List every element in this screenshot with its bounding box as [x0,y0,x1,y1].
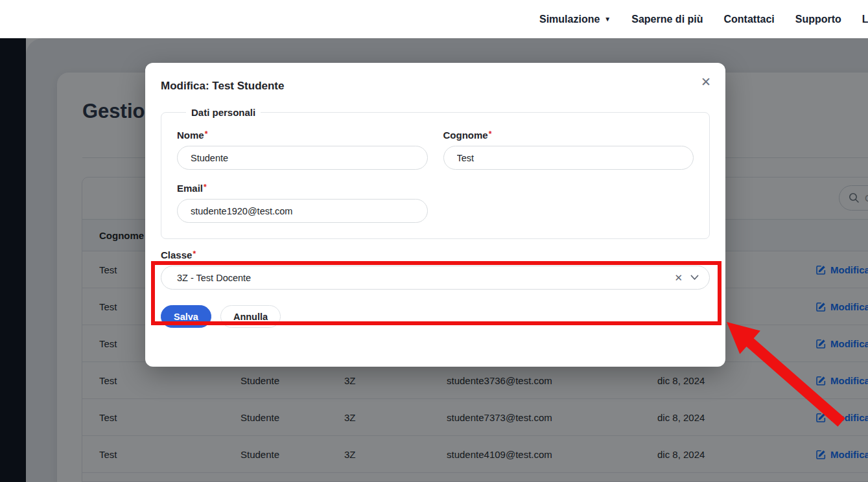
required-mark: * [205,130,208,139]
cognome-label: Cognome* [443,130,694,141]
nome-field-group: Nome* [177,120,428,170]
nav-item-label: Saperne di più [631,14,703,25]
top-navbar: Simulazione ▼ Saperne di più Contattaci … [0,0,868,38]
nav-item-label: Simulazione [539,14,600,25]
nav-item-logout[interactable]: Logout [862,14,868,25]
nav-item-simulazione[interactable]: Simulazione ▼ [539,14,611,25]
cognome-input[interactable] [443,146,694,170]
modal-title: Modifica: Test Studente [161,80,710,93]
nav-item-label: Supporto [795,14,841,25]
classe-label: Classe* [161,249,710,260]
nome-input[interactable] [177,146,428,170]
nav-item-supporto[interactable]: Supporto [795,14,841,25]
nome-label: Nome* [177,130,428,141]
cognome-field-group: Cognome* [443,120,694,170]
caret-down-icon: ▼ [604,16,611,23]
chevron-down-icon [690,275,699,281]
dati-personali-fieldset: Dati personali Nome* Cognome* Email* [161,107,710,239]
save-button[interactable]: Salva [161,305,211,328]
fieldset-legend: Dati personali [186,107,261,118]
required-mark: * [193,249,196,258]
email-input[interactable] [177,199,428,223]
classe-select[interactable]: 3Z - Test Docente ✕ [161,266,710,290]
required-mark: * [489,130,492,139]
close-icon[interactable]: ✕ [701,76,711,88]
edit-student-modal: Modifica: Test Studente ✕ Dati personali… [145,63,725,367]
email-field-group: Email* [177,174,428,223]
clear-selection-icon[interactable]: ✕ [674,272,683,284]
cancel-button[interactable]: Annulla [220,305,281,328]
nav-item-contattaci[interactable]: Contattaci [724,14,775,25]
modal-buttons: Salva Annulla [161,305,710,328]
classe-selected-value: 3Z - Test Docente [177,273,674,283]
classe-field-group: Classe* 3Z - Test Docente ✕ [161,249,710,290]
nav-item-label: Logout [862,14,868,25]
nav-item-saperne-di-piu[interactable]: Saperne di più [631,14,703,25]
email-label: Email* [177,183,428,194]
nav-items: Simulazione ▼ Saperne di più Contattaci … [539,0,868,38]
required-mark: * [204,183,207,192]
nav-item-label: Contattaci [724,14,775,25]
viewport: Simulazione ▼ Saperne di più Contattaci … [0,0,868,482]
